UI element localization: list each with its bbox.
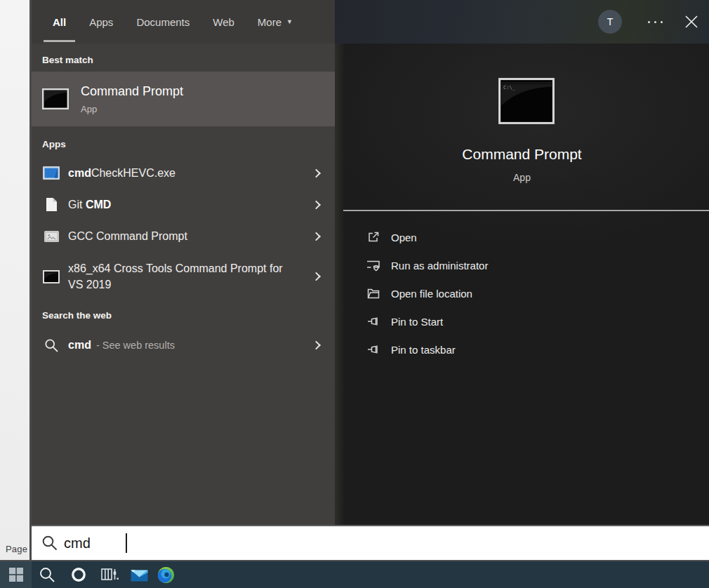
start-button[interactable] (0, 561, 32, 588)
taskbar-search-button[interactable] (37, 561, 58, 588)
blue-app-icon (42, 166, 60, 180)
cortana-icon (70, 566, 87, 583)
tab-apps[interactable]: Apps (89, 0, 113, 44)
taskbar (0, 560, 709, 588)
chevron-down-icon: ▼ (286, 18, 293, 25)
edge-button[interactable] (155, 561, 176, 588)
document-icon (42, 197, 60, 212)
folder-icon (366, 286, 381, 300)
action-run-as-administrator[interactable]: Run as administrator (335, 251, 709, 279)
command-prompt-icon-large: C:\_ (498, 78, 555, 124)
search-icon (39, 566, 56, 584)
task-view-icon (100, 566, 119, 583)
open-window-icon (366, 230, 381, 244)
search-header-controls: T (335, 0, 709, 44)
web-section-label: Search the web (42, 310, 112, 321)
best-match-subtitle: App (81, 104, 183, 114)
mail-icon (131, 568, 148, 582)
page-label: Page (6, 544, 27, 554)
chevron-right-icon[interactable] (312, 341, 321, 350)
user-avatar[interactable]: T (598, 10, 622, 34)
text-cursor (126, 533, 127, 553)
pin-icon (366, 314, 381, 328)
close-icon (683, 13, 700, 30)
command-prompt-icon (42, 88, 69, 109)
best-match-item[interactable]: Command Prompt App (32, 72, 335, 126)
task-view-button[interactable] (98, 561, 121, 588)
tab-more[interactable]: More ▼ (258, 0, 293, 44)
active-tab-underline (44, 40, 75, 42)
result-cmdcheckhevc[interactable]: cmdCheckHEVC.exe (32, 157, 335, 189)
apps-section-label: Apps (42, 139, 66, 149)
result-web-search[interactable]: cmd- See web results (32, 328, 335, 362)
window-shield-icon (366, 258, 381, 272)
action-open-file-location[interactable]: Open file location (335, 279, 709, 307)
result-gcc-command-prompt[interactable]: GCC Command Prompt (32, 220, 335, 252)
preview-panel: C:\_ Command Prompt App Open Run as admi… (335, 44, 709, 525)
result-title: x86_x64 Cross Tools Command Prompt for V… (68, 260, 335, 293)
windows-logo-icon (9, 568, 23, 582)
edge-icon (157, 566, 175, 584)
preview-subtitle: App (335, 172, 709, 183)
mail-button[interactable] (128, 561, 150, 588)
divider (343, 210, 709, 211)
background-page-strip: Page (0, 0, 32, 560)
chevron-right-icon[interactable] (312, 168, 321, 178)
pin-icon (366, 342, 381, 356)
action-open[interactable]: Open (335, 223, 709, 251)
cortana-button[interactable] (68, 561, 89, 588)
search-header-tabs: All Apps Documents Web More ▼ (32, 0, 335, 44)
result-title: cmd- See web results (68, 337, 210, 354)
search-icon (41, 535, 58, 554)
close-button[interactable] (683, 13, 700, 30)
search-query-text: cmd (64, 526, 91, 560)
action-pin-to-taskbar[interactable]: Pin to taskbar (335, 335, 709, 363)
tab-all[interactable]: All (53, 0, 66, 44)
tab-web[interactable]: Web (213, 0, 234, 44)
action-pin-to-start[interactable]: Pin to Start (335, 307, 709, 335)
preview-title: Command Prompt (335, 146, 709, 163)
more-options-icon[interactable] (642, 20, 668, 24)
gray-app-icon (42, 231, 60, 242)
best-match-section-label: Best match (42, 55, 93, 65)
tab-documents[interactable]: Documents (136, 0, 190, 44)
search-input[interactable]: cmd (32, 525, 709, 560)
result-title: cmdCheckHEVC.exe (68, 165, 211, 181)
result-title: GCC Command Prompt (68, 228, 223, 244)
result-title: Git CMD (68, 196, 146, 213)
result-x86-x64-cross-tools[interactable]: x86_x64 Cross Tools Command Prompt for V… (32, 252, 335, 301)
search-icon (42, 338, 60, 353)
results-panel: Best match Command Prompt App Apps cmdCh… (32, 44, 335, 525)
svg-text:C:\_: C:\_ (503, 85, 516, 91)
result-git-cmd[interactable]: Git CMD (32, 189, 335, 220)
best-match-title: Command Prompt (81, 84, 183, 99)
chevron-right-icon[interactable] (312, 200, 321, 209)
chevron-right-icon[interactable] (312, 232, 321, 241)
command-prompt-icon (42, 270, 60, 283)
